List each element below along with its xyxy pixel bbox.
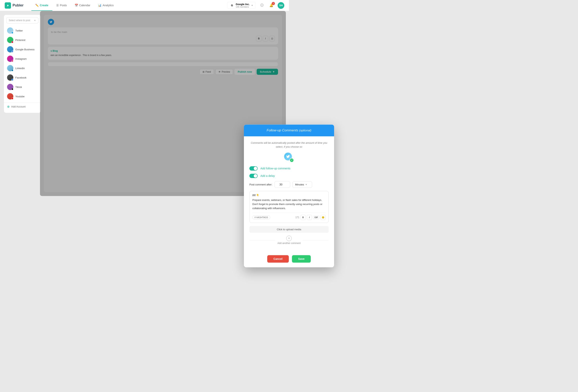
nav-right: G Google Inc. 145 members ▼ ⓘ 🔔 3 SH xyxy=(227,2,284,9)
sidebar-item-instagram[interactable]: Instagram xyxy=(4,54,41,63)
tab-create[interactable]: ✏️ Create xyxy=(31,0,52,11)
instagram-avatar xyxy=(7,56,13,62)
chevron-down-icon: ▼ xyxy=(34,19,36,22)
modal-subtitle: Comments will be automatically posted af… xyxy=(249,141,289,149)
modal-body: Comments will be automatically posted af… xyxy=(244,136,289,196)
google-icon: G xyxy=(230,3,234,8)
sidebar-item-linkedin[interactable]: Linkedin xyxy=(4,63,41,73)
org-selector[interactable]: G Google Inc. 145 members ▼ xyxy=(227,2,256,9)
logo: Publer xyxy=(5,2,24,9)
info-icon: ⓘ xyxy=(260,3,264,7)
linkedin-avatar xyxy=(7,65,13,71)
social-accounts-sidebar: Select where to post ▼ Twitter Pinterest… xyxy=(4,15,41,113)
notification-badge: 3 xyxy=(272,2,275,5)
sidebar-item-pinterest[interactable]: Pinterest xyxy=(4,35,41,45)
comment-editor-box: 2/2 👇 Prepare events, webinars, or flash… xyxy=(249,191,289,196)
where-to-post-dropdown[interactable]: Select where to post ▼ xyxy=(6,17,39,24)
add-delay-toggle-row: Add a delay xyxy=(249,174,289,178)
org-info: Google Inc. 145 members xyxy=(236,3,250,8)
post-comment-after-label: Post comment after: xyxy=(249,183,272,186)
youtube-avatar xyxy=(7,93,13,99)
calendar-icon: 📅 xyxy=(75,4,78,7)
sidebar-item-tiktok[interactable]: Tiktok xyxy=(4,82,41,92)
facebook-platform-dot xyxy=(11,79,13,81)
add-account-button[interactable]: ⊕ Add Account xyxy=(4,103,41,111)
linkedin-platform-dot xyxy=(11,69,13,71)
followup-comments-modal: Follow-up Comments (optional) Comments w… xyxy=(244,124,289,196)
plus-icon: ⊕ xyxy=(7,105,10,109)
add-followup-toggle[interactable] xyxy=(249,166,258,171)
add-delay-label: Add a delay xyxy=(260,174,275,177)
create-icon: ✏️ xyxy=(35,4,39,7)
add-delay-toggle[interactable] xyxy=(249,174,258,178)
instagram-platform-dot xyxy=(11,60,13,62)
info-button[interactable]: ⓘ xyxy=(259,2,265,9)
add-followup-toggle-row: Add follow-up comments xyxy=(249,166,289,171)
logo-text: Publer xyxy=(12,3,24,7)
youtube-platform-dot xyxy=(11,98,13,99)
chevron-down-icon: ▼ xyxy=(251,4,253,6)
pinterest-platform-dot xyxy=(11,41,13,43)
analytics-icon: 📊 xyxy=(98,4,101,7)
tab-calendar[interactable]: 📅 Calendar xyxy=(71,0,94,11)
twitter-avatar xyxy=(7,27,13,34)
sidebar-item-googlebiz[interactable]: Google Business xyxy=(4,45,41,54)
facebook-avatar xyxy=(7,75,13,81)
tiktok-avatar xyxy=(7,84,13,90)
delay-number-input[interactable] xyxy=(275,181,289,188)
twitter-badge: ✓ xyxy=(249,153,289,162)
top-nav: Publer ✏️ Create ☰ Posts 📅 Calendar 📊 An… xyxy=(0,0,289,11)
user-avatar[interactable]: SH xyxy=(278,2,284,9)
modal-title: Follow-up Comments (optional) xyxy=(248,128,289,132)
sidebar-item-twitter[interactable]: Twitter xyxy=(4,26,41,35)
notification-button[interactable]: 🔔 3 xyxy=(268,2,275,9)
googlebiz-platform-dot xyxy=(11,50,13,52)
nav-tabs: ✏️ Create ☰ Posts 📅 Calendar 📊 Analytics xyxy=(31,0,117,11)
pinterest-avatar xyxy=(7,37,13,43)
modal-header: Follow-up Comments (optional) xyxy=(244,124,289,136)
tab-analytics[interactable]: 📊 Analytics xyxy=(94,0,117,11)
googlebiz-avatar xyxy=(7,46,13,52)
post-comment-timing-row: Post comment after: Minutes ▼ xyxy=(249,181,289,188)
posts-icon: ☰ xyxy=(56,4,59,7)
comment-counter: 2/2 👇 xyxy=(252,194,289,196)
twitter-platform-dot xyxy=(11,32,13,34)
sidebar-item-facebook[interactable]: Facebook xyxy=(4,73,41,82)
logo-icon xyxy=(5,2,11,9)
add-followup-label: Add follow-up comments xyxy=(260,167,289,170)
tiktok-platform-dot xyxy=(11,88,13,90)
sidebar-item-youtube[interactable]: Youtube xyxy=(4,92,41,101)
tab-posts[interactable]: ☰ Posts xyxy=(52,0,71,11)
